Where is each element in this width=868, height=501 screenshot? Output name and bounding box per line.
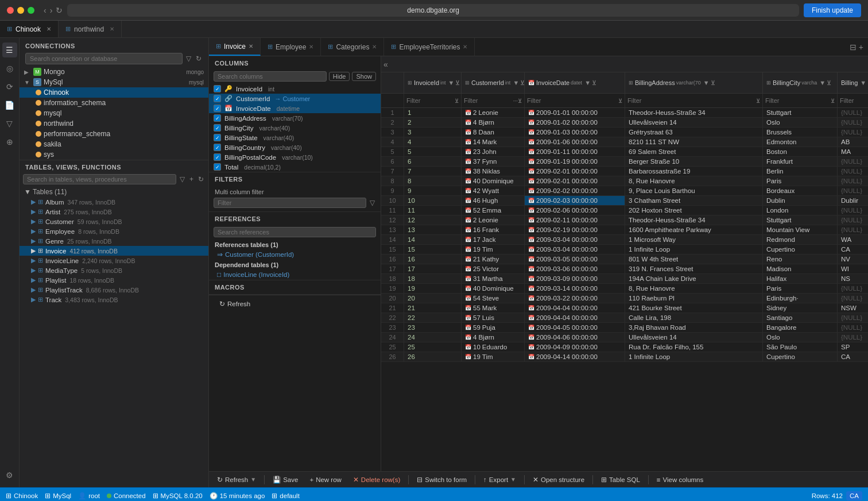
col-header-customerid[interactable]: ⊞ CustomerId int ▼ ⊻ bbox=[462, 72, 525, 93]
sidebar-icon-database[interactable]: ◎ bbox=[2, 61, 17, 76]
table-playlisttrack[interactable]: ▶ ⊞ PlaylistTrack 8,686 rows, InnoDB bbox=[20, 285, 208, 295]
table-row[interactable]: 14 14 📅 17 Jack 📅2009-03-04 00:00:00 1 M… bbox=[381, 235, 868, 245]
dep-invoiceline[interactable]: □ InvoiceLine (InvoiceId) bbox=[209, 269, 381, 280]
table-row[interactable]: 26 26 📅 19 Tim 📅2009-04-14 00:00:00 1 In… bbox=[381, 352, 868, 362]
filter-billingaddress-icon[interactable]: ⊻ bbox=[756, 98, 760, 104]
table-invoiceline[interactable]: ▶ ⊞ InvoiceLine 2,240 rows, InnoDB bbox=[20, 256, 208, 265]
col-header-billingcity[interactable]: ⊞ BillingCity varcha ▼ ⊻ bbox=[763, 72, 838, 93]
table-genre[interactable]: ▶ ⊞ Genre 25 rows, InnoDB bbox=[20, 236, 208, 246]
filter-input[interactable] bbox=[214, 198, 366, 208]
export-dropdown-icon[interactable]: ▼ bbox=[510, 476, 516, 483]
db-information-schema[interactable]: information_schema bbox=[20, 98, 208, 108]
db-northwind[interactable]: northwind bbox=[20, 118, 208, 129]
close-traffic-light[interactable] bbox=[7, 7, 14, 14]
view-columns-button[interactable]: ≡ View columns bbox=[652, 475, 708, 484]
reload-button[interactable]: ↻ bbox=[56, 6, 63, 15]
col-billingaddress[interactable]: ✓ BillingAddress varchar(70) bbox=[209, 113, 381, 123]
customerid-filter-icon[interactable]: ⊻ bbox=[520, 79, 525, 87]
table-row[interactable]: 11 11 📅 52 Emma 📅2009-02-06 00:00:00 202… bbox=[381, 206, 868, 215]
table-row[interactable]: 4 4 📅 14 Mark 📅2009-01-06 00:00:00 8210 … bbox=[381, 137, 868, 147]
db-sakila[interactable]: sakila bbox=[20, 139, 208, 149]
sidebar-icon-history[interactable]: ⟳ bbox=[2, 79, 17, 94]
filter-billingcity-icon[interactable]: ⊻ bbox=[831, 98, 835, 104]
table-row[interactable]: 24 24 📅 4 Bjørn 📅2009-04-06 00:00:00 Ull… bbox=[381, 333, 868, 342]
table-row[interactable]: 15 15 📅 19 Tim 📅2009-03-04 00:00:00 1 In… bbox=[381, 245, 868, 255]
ref-customer[interactable]: ⇒ Customer (CustomerId) bbox=[209, 249, 381, 260]
table-employee[interactable]: ▶ ⊞ Employee 8 rows, InnoDB bbox=[20, 226, 208, 236]
table-row[interactable]: 12 12 📅 2 Leonie 📅2009-02-11 00:00:00 Th… bbox=[381, 215, 868, 225]
save-button[interactable]: 💾 Save bbox=[268, 475, 303, 485]
tab-employee[interactable]: ⊞ Employee ✕ bbox=[261, 38, 321, 56]
categories-tab-close[interactable]: ✕ bbox=[372, 44, 377, 50]
invoiceid-filter-icon[interactable]: ⊻ bbox=[455, 79, 460, 87]
tables-filter-button[interactable]: ▽ bbox=[179, 174, 186, 184]
new-row-button[interactable]: + New row bbox=[305, 475, 346, 484]
split-view-button[interactable]: ⊟ bbox=[850, 43, 857, 52]
db-performance-schema[interactable]: performance_schema bbox=[20, 129, 208, 139]
col-header-invoicedate[interactable]: 📅 InvoiceDate datet ▼ ⊻ bbox=[525, 72, 625, 93]
table-invoice[interactable]: ▶ ⊞ Invoice 412 rows, InnoDB bbox=[20, 246, 208, 256]
col-header-billingaddress[interactable]: ⊞ BillingAddress varchar(70 ▼ ⊻ bbox=[625, 72, 763, 93]
refresh-button[interactable]: ↻ Refresh ▼ bbox=[212, 475, 261, 485]
col-header-invoiceid[interactable]: ⊞ InvoiceId int ▼ ⊻ bbox=[404, 72, 462, 93]
chinook-tab-close[interactable]: ✕ bbox=[46, 26, 51, 32]
open-structure-button[interactable]: ✕ Open structure bbox=[528, 475, 589, 485]
back-button[interactable]: ‹ bbox=[44, 6, 46, 15]
table-row[interactable]: 1 1 📅 2 Leonie 📅2009-01-01 00:00:00 Theo… bbox=[381, 108, 868, 118]
db-mysql[interactable]: mysql bbox=[20, 108, 208, 118]
maximize-traffic-light[interactable] bbox=[28, 7, 34, 14]
northwind-tab-close[interactable]: ✕ bbox=[110, 26, 114, 32]
col-billingcountry[interactable]: ✓ BillingCountry varchar(40) bbox=[209, 142, 381, 152]
url-bar[interactable]: demo.dbgate.org bbox=[67, 4, 799, 17]
table-row[interactable]: 10 10 📅 46 Hugh 📅2009-02-03 00:00:00 3 C… bbox=[381, 196, 868, 206]
browser-tab-northwind[interactable]: ⊞ northwind ✕ bbox=[59, 21, 122, 37]
et-tab-close[interactable]: ✕ bbox=[463, 44, 467, 50]
filter-invoicedate-input[interactable] bbox=[527, 97, 618, 104]
billingaddress-filter-icon[interactable]: ⊻ bbox=[711, 79, 715, 87]
panel-refresh-button[interactable]: ↻ Refresh bbox=[215, 299, 255, 309]
tables-refresh-button[interactable]: ↻ bbox=[197, 174, 205, 184]
table-track[interactable]: ▶ ⊞ Track 3,483 rows, InnoDB bbox=[20, 295, 208, 305]
filter-invoiceid-icon[interactable]: ⊻ bbox=[455, 98, 459, 104]
col-billingcountry-checkbox[interactable]: ✓ bbox=[214, 144, 221, 151]
references-search-input[interactable] bbox=[214, 227, 376, 237]
col-invoicedate-checkbox[interactable]: ✓ bbox=[214, 105, 221, 112]
col-billingcity-checkbox[interactable]: ✓ bbox=[214, 124, 221, 132]
employee-tab-close[interactable]: ✕ bbox=[309, 44, 313, 50]
table-row[interactable]: 21 21 📅 55 Mark 📅2009-04-04 00:00:00 421… bbox=[381, 303, 868, 313]
export-button[interactable]: ↑ Export ▼ bbox=[479, 475, 521, 484]
col-billingstate[interactable]: ✓ BillingState varchar(40) bbox=[209, 133, 381, 142]
tables-add-button[interactable]: + bbox=[188, 174, 195, 184]
collapse-panel-button[interactable]: « bbox=[383, 60, 388, 69]
table-row[interactable]: 23 23 📅 59 Puja 📅2009-04-05 00:00:00 3,R… bbox=[381, 323, 868, 333]
columns-hide-button[interactable]: Hide bbox=[329, 72, 350, 81]
forward-button[interactable]: › bbox=[50, 6, 53, 15]
table-sql-button[interactable]: ⊞ Table SQL bbox=[596, 475, 645, 485]
col-total-checkbox[interactable]: ✓ bbox=[214, 163, 221, 171]
col-header-billing[interactable]: Billing ▼ ⊻ bbox=[838, 72, 868, 93]
filter-customerid-icon[interactable]: ⊻ bbox=[518, 98, 522, 104]
filter-invoiceid-input[interactable] bbox=[406, 97, 455, 104]
sidebar-icon-layers[interactable]: ⊕ bbox=[2, 134, 17, 149]
connection-mongo[interactable]: ▶ M Mongo mongo bbox=[20, 67, 208, 77]
connection-mysql[interactable]: ▼ S MySql mysql bbox=[20, 77, 208, 87]
sidebar-icon-triangle[interactable]: ▽ bbox=[2, 116, 17, 131]
minimize-traffic-light[interactable] bbox=[17, 7, 24, 14]
table-row[interactable]: 22 22 📅 57 Luis 📅2009-04-04 00:00:00 Cal… bbox=[381, 313, 868, 323]
filter-billingcity-input[interactable] bbox=[765, 97, 831, 104]
filter-invoicedate-icon[interactable]: ⊻ bbox=[618, 98, 622, 104]
connections-filter-button[interactable]: ▽ bbox=[185, 53, 192, 64]
invoice-tab-close[interactable]: ✕ bbox=[249, 43, 253, 49]
table-row[interactable]: 13 13 📅 16 Frank 📅2009-02-19 00:00:00 16… bbox=[381, 225, 868, 235]
table-row[interactable]: 6 6 📅 37 Fynn 📅2009-01-19 00:00:00 Berge… bbox=[381, 157, 868, 167]
col-billingstate-checkbox[interactable]: ✓ bbox=[214, 134, 221, 141]
sidebar-icon-files[interactable]: 📄 bbox=[2, 98, 17, 113]
col-invoiceid-checkbox[interactable]: ✓ bbox=[214, 85, 221, 93]
table-row[interactable]: 5 5 📅 23 John 📅2009-01-11 00:00:00 69 Sa… bbox=[381, 147, 868, 157]
filter-dropdown-button[interactable]: ▽ bbox=[369, 198, 376, 208]
invoicedate-filter-icon[interactable]: ⊻ bbox=[592, 79, 596, 87]
col-billingaddress-checkbox[interactable]: ✓ bbox=[214, 114, 221, 122]
add-tab-button[interactable]: + bbox=[859, 43, 863, 52]
tab-employeeterritories[interactable]: ⊞ EmployeeTerritories ✕ bbox=[384, 38, 475, 56]
table-row[interactable]: 20 20 📅 54 Steve 📅2009-03-22 00:00:00 11… bbox=[381, 294, 868, 303]
